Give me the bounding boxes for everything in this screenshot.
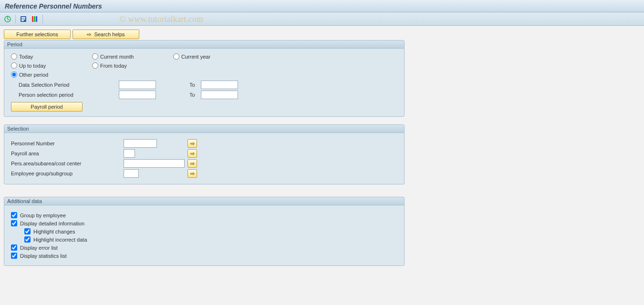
field-label: Data Selection Period: [19, 82, 119, 88]
radio-today[interactable]: Today: [11, 53, 92, 60]
chk-highlight-incorrect[interactable]: Highlight incorrect data: [24, 236, 397, 243]
panel-header: Period: [4, 41, 404, 49]
personnel-number-row: Personnel Number ⇨: [11, 139, 397, 148]
button-label: Search helps: [94, 31, 125, 37]
color-legend-icon[interactable]: [30, 14, 40, 24]
additional-data-panel: Additional data Group by employee Displa…: [4, 197, 405, 266]
app-window: Reference Personnel Numbers © www.tutori…: [0, 0, 644, 305]
title-bar: Reference Personnel Numbers: [0, 0, 644, 12]
svg-rect-5: [32, 16, 33, 22]
period-panel: Period Today Current month Current year …: [4, 40, 405, 117]
pers-area-input[interactable]: [124, 159, 185, 168]
selection-panel: Selection Personnel Number ⇨ Payroll are…: [4, 124, 405, 184]
chk-display-statistics[interactable]: Display statistics list: [11, 253, 397, 259]
svg-rect-4: [21, 20, 24, 21]
data-selection-to-input[interactable]: [201, 81, 238, 89]
payroll-area-row: Payroll area ⇨: [11, 149, 397, 158]
multiple-selection-button[interactable]: ⇨: [187, 159, 197, 168]
page-title: Reference Personnel Numbers: [5, 2, 102, 10]
chk-display-error-list[interactable]: Display error list: [11, 244, 397, 251]
radio-other-period[interactable]: Other period: [11, 71, 254, 78]
svg-rect-7: [36, 16, 37, 22]
panel-body: Personnel Number ⇨ Payroll area ⇨ Pers.a…: [4, 133, 404, 184]
personnel-number-input[interactable]: [124, 139, 157, 148]
data-selection-period-row: Data Selection Period To: [19, 81, 397, 89]
payroll-area-input[interactable]: [124, 149, 135, 158]
field-label: Personnel Number: [11, 141, 124, 146]
chk-group-by-employee[interactable]: Group by employee: [11, 212, 397, 218]
radio-up-to-today[interactable]: Up to today: [11, 62, 92, 69]
content-area: Further selections ⇨ Search helps Period…: [0, 26, 644, 277]
payroll-period-button[interactable]: Payroll period: [11, 102, 83, 112]
multiple-selection-button[interactable]: ⇨: [187, 169, 197, 178]
panel-header: Additional data: [4, 197, 404, 205]
chk-highlight-changes[interactable]: Highlight changes: [24, 228, 397, 234]
execute-icon[interactable]: [3, 14, 12, 24]
svg-rect-2: [21, 17, 25, 18]
panel-header: Selection: [4, 125, 404, 133]
radio-current-month[interactable]: Current month: [92, 53, 173, 60]
svg-rect-3: [21, 19, 25, 20]
field-label: Employee group/subgroup: [11, 171, 124, 176]
app-toolbar: © www.tutorialkart.com: [0, 12, 644, 26]
emp-group-row: Employee group/subgroup ⇨: [11, 169, 397, 178]
panel-body: Group by employee Display detailed infor…: [4, 205, 404, 265]
field-label: Pers.area/subarea/cost center: [11, 161, 124, 166]
separator: [42, 15, 43, 23]
to-label: To: [189, 82, 201, 88]
arrow-right-icon: ⇨: [87, 31, 91, 38]
button-label: Payroll period: [31, 104, 62, 110]
variant-icon[interactable]: [19, 14, 28, 24]
person-selection-period-row: Person selection period To: [19, 91, 397, 99]
selection-button-row: Further selections ⇨ Search helps: [4, 30, 640, 39]
button-label: Further selections: [16, 31, 58, 37]
panel-body: Today Current month Current year Up to t…: [4, 49, 404, 116]
pers-area-row: Pers.area/subarea/cost center ⇨: [11, 159, 397, 168]
radio-current-year[interactable]: Current year: [173, 53, 254, 60]
to-label: To: [189, 92, 201, 98]
watermark: © www.tutorialkart.com: [119, 14, 203, 24]
person-selection-to-input[interactable]: [201, 91, 238, 99]
field-label: Person selection period: [19, 92, 119, 98]
search-helps-button[interactable]: ⇨ Search helps: [73, 30, 139, 39]
radio-from-today[interactable]: From today: [92, 62, 173, 69]
further-selections-button[interactable]: Further selections: [4, 30, 71, 39]
multiple-selection-button[interactable]: ⇨: [187, 149, 197, 158]
person-selection-from-input[interactable]: [119, 91, 156, 99]
separator: [15, 15, 16, 23]
chk-display-detailed[interactable]: Display detailed information: [11, 220, 397, 226]
data-selection-from-input[interactable]: [119, 81, 156, 89]
multiple-selection-button[interactable]: ⇨: [187, 139, 197, 148]
period-radio-grid: Today Current month Current year Up to t…: [11, 53, 397, 78]
emp-group-input[interactable]: [124, 169, 139, 178]
svg-rect-6: [34, 16, 35, 22]
field-label: Payroll area: [11, 151, 124, 156]
